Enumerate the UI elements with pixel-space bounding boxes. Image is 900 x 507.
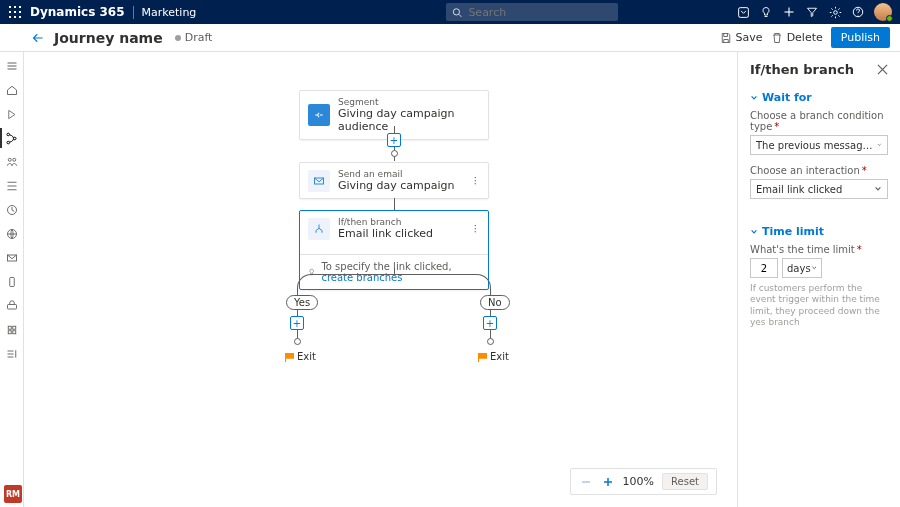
node-more-icon[interactable]: ⋯ [470,224,481,233]
approvals-icon[interactable] [4,202,20,218]
add-step-yes[interactable]: + [290,316,304,330]
library-icon[interactable] [4,346,20,362]
zoom-control: 100% Reset [570,468,717,495]
analytics-icon[interactable] [4,178,20,194]
svg-rect-7 [14,16,16,18]
search-icon [452,7,462,18]
chevron-down-icon [750,228,758,236]
exit-label-yes: Exit [297,351,316,362]
svg-point-19 [7,133,10,136]
svg-rect-32 [7,305,16,310]
home-icon[interactable] [4,82,20,98]
svg-point-14 [833,10,837,14]
exit-label-no: Exit [490,351,509,362]
email-icon[interactable] [4,250,20,266]
zoom-out-button[interactable] [579,475,593,489]
assistant-icon[interactable] [732,1,754,23]
add-step-no[interactable]: + [483,316,497,330]
node-type-label: Segment [338,97,480,107]
svg-rect-2 [19,6,21,8]
close-panel-button[interactable] [877,64,888,75]
node-title: Email link clicked [338,227,433,240]
properties-panel: If/then branch Wait for Choose a branch … [737,52,900,507]
interaction-select[interactable]: Email link clicked [750,179,888,199]
settings-icon[interactable] [824,1,846,23]
zoom-level: 100% [623,475,654,488]
forms-icon[interactable] [4,322,20,338]
chevron-down-icon [750,94,758,102]
time-limit-help: If customers perform the event trigger w… [750,283,888,328]
interaction-label: Choose an interaction* [750,165,888,176]
svg-point-21 [7,141,10,144]
globe-icon[interactable] [4,226,20,242]
lightbulb-icon[interactable] [755,1,777,23]
branch-no-label: No [480,295,510,310]
branch-yes-label: Yes [286,295,318,310]
save-button[interactable]: Save [720,31,763,44]
svg-rect-4 [14,11,16,13]
menu-icon[interactable] [4,58,20,74]
chevron-down-icon [874,185,882,193]
branch-icon [308,218,330,240]
svg-point-9 [454,8,460,14]
chevron-down-icon [877,141,882,149]
node-more-icon[interactable]: ⋯ [470,176,481,185]
journeys-icon[interactable] [4,130,20,146]
zoom-in-button[interactable] [601,475,615,489]
svg-rect-3 [9,11,11,13]
delete-button[interactable]: Delete [771,31,823,44]
svg-rect-30 [9,278,14,287]
section-time-limit[interactable]: Time limit [750,225,888,238]
exit-flag-icon [478,353,487,362]
svg-rect-35 [8,331,11,334]
area-label: Marketing [133,6,197,19]
svg-rect-8 [19,16,21,18]
segments-icon[interactable] [4,154,20,170]
status-badge: Draft [175,31,213,44]
node-send-email[interactable]: Send an email Giving day campaign ⋯ [299,162,489,199]
exit-flag-icon [285,353,294,362]
svg-rect-0 [9,6,11,8]
svg-rect-33 [8,326,11,329]
push-icon[interactable] [4,298,20,314]
time-limit-input[interactable] [750,258,778,278]
back-button[interactable] [30,30,46,46]
email-node-icon [308,170,330,192]
time-limit-label: What's the time limit* [750,244,888,255]
condition-type-select[interactable]: The previous message gets an interaction [750,135,888,155]
save-icon [720,32,732,44]
node-type-label: Send an email [338,169,455,179]
svg-rect-36 [12,331,15,334]
node-title: Giving day campaign [338,179,455,192]
user-avatar[interactable] [874,3,892,21]
zoom-reset-button[interactable]: Reset [662,473,708,490]
app-launcher-icon[interactable] [4,1,26,23]
add-step-button[interactable]: + [387,133,401,147]
publish-button[interactable]: Publish [831,27,890,48]
add-icon[interactable] [778,1,800,23]
sms-icon[interactable] [4,274,20,290]
nav-rail [0,52,24,507]
section-wait-for[interactable]: Wait for [750,91,888,104]
help-icon[interactable] [847,1,869,23]
delete-icon [771,32,783,44]
svg-line-10 [459,14,462,17]
presence-indicator [886,15,893,22]
brand-label: Dynamics 365 [30,5,125,19]
segment-icon [308,104,330,126]
journey-title: Journey name [54,30,163,46]
persona-chip[interactable]: RM [4,485,22,503]
panel-title: If/then branch [750,62,854,77]
filter-icon[interactable] [801,1,823,23]
svg-rect-34 [12,326,15,329]
svg-point-23 [12,158,15,161]
time-unit-select[interactable]: days [782,258,822,278]
journey-canvas[interactable]: Segment Giving day campaign audience + S… [24,52,737,507]
search-input[interactable] [466,5,612,20]
node-title: Giving day campaign audience [338,107,480,133]
condition-type-label: Choose a branch condition type* [750,110,888,132]
svg-rect-1 [14,6,16,8]
play-icon[interactable] [4,106,20,122]
global-search[interactable] [446,3,618,21]
chevron-down-icon [811,264,817,272]
